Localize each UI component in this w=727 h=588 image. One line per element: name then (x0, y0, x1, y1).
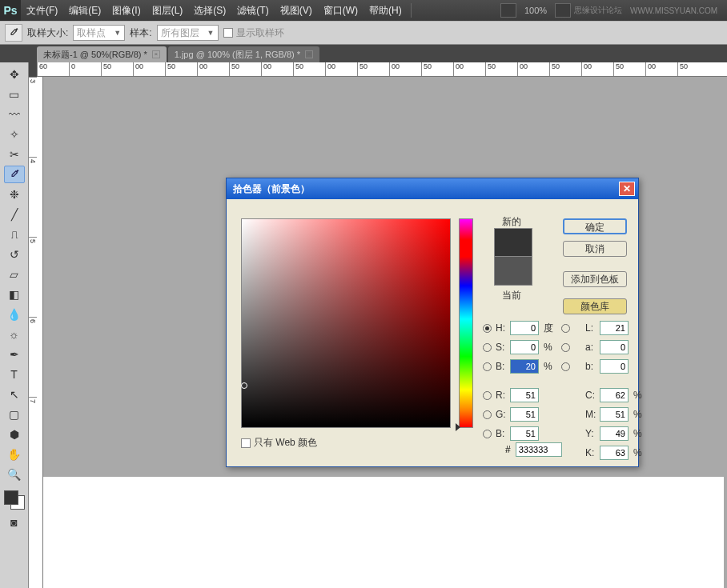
zoom-tool[interactable]: 🔍 (4, 466, 25, 483)
sv-cursor-icon (241, 382, 247, 389)
input-r[interactable] (510, 388, 539, 402)
label-bb: B: (496, 428, 507, 439)
hand-tool[interactable]: ✋ (4, 446, 25, 463)
color-value-grid: H: 度 L: S: % a: B: % b: (483, 321, 648, 460)
label-k: K: (585, 447, 596, 458)
add-swatch-button[interactable]: 添加到色板 (563, 271, 627, 287)
watermark-site: WWW.MISSYUAN.COM (630, 6, 722, 15)
unit-y: % (633, 428, 648, 439)
saturation-value-field[interactable] (241, 218, 451, 428)
close-icon[interactable]: ✕ (619, 182, 635, 196)
unit-h: 度 (544, 322, 558, 335)
menu-help[interactable]: 帮助(H) (364, 4, 408, 18)
label-a: a: (585, 342, 596, 353)
move-tool[interactable]: ✥ (4, 66, 25, 83)
crop-tool[interactable]: ✂ (4, 146, 25, 163)
input-hex[interactable] (516, 442, 562, 457)
input-h[interactable] (510, 321, 539, 335)
tab-untitled-1[interactable]: 未标题-1 @ 50%(RGB/8) *× (37, 46, 167, 62)
input-bv[interactable] (510, 359, 539, 374)
menu-view[interactable]: 视图(V) (275, 4, 318, 18)
sample-size-dropdown[interactable]: 取样点▼ (73, 25, 125, 41)
web-colors-label: 只有 Web 颜色 (254, 436, 317, 450)
input-bb[interactable] (510, 426, 539, 441)
input-k[interactable] (600, 446, 629, 460)
tab-1jpg[interactable]: 1.jpg @ 100% (图层 1, RGB/8) *× (168, 46, 319, 62)
cancel-button[interactable]: 取消 (563, 241, 627, 257)
document-tabs: 未标题-1 @ 50%(RGB/8) *× 1.jpg @ 100% (图层 1… (0, 45, 727, 62)
color-library-button[interactable]: 颜色库 (563, 298, 627, 314)
eyedropper-tool[interactable] (4, 166, 25, 183)
radio-r[interactable] (483, 391, 492, 400)
brush-tool[interactable]: ╱ (4, 206, 25, 223)
radio-s[interactable] (483, 343, 492, 352)
show-ring-checkbox[interactable] (223, 28, 233, 38)
menu-layer[interactable]: 图层(L) (147, 4, 189, 18)
gradient-tool[interactable]: ◧ (4, 286, 25, 303)
input-a[interactable] (600, 340, 629, 354)
input-b[interactable] (600, 359, 629, 374)
menu-window[interactable]: 窗口(W) (318, 4, 364, 18)
menu-filter[interactable]: 滤镜(T) (231, 4, 274, 18)
input-m[interactable] (600, 407, 629, 422)
ruler-horizontal: 6005000500050005000500050005000500050005… (37, 62, 727, 77)
input-y[interactable] (600, 426, 629, 441)
radio-b[interactable] (561, 362, 570, 371)
dodge-tool[interactable]: ☼ (4, 326, 25, 343)
fg-swatch[interactable] (4, 490, 18, 505)
lasso-tool[interactable]: 〰 (4, 106, 25, 123)
quick-mask-icon[interactable]: ◙ (4, 514, 25, 531)
stamp-tool[interactable]: ⎍ (4, 226, 25, 243)
radio-a[interactable] (561, 343, 570, 352)
healing-tool[interactable]: ❉ (4, 186, 25, 203)
input-c[interactable] (600, 388, 629, 402)
document-canvas[interactable] (43, 477, 724, 588)
screen-mode-icon[interactable] (555, 3, 571, 18)
radio-l[interactable] (561, 324, 570, 333)
hue-slider[interactable] (459, 218, 473, 428)
label-bv: B: (496, 361, 507, 372)
radio-bb[interactable] (483, 430, 492, 438)
color-picker-dialog: 拾色器（前景色） ✕ 新的 当前 确定 取消 添加到色板 颜色库 只有 Web … (226, 178, 639, 467)
close-icon[interactable]: × (305, 50, 313, 58)
input-l[interactable] (600, 321, 629, 335)
label-b: b: (585, 361, 596, 372)
path-select-tool[interactable]: ↖ (4, 386, 25, 403)
menu-file[interactable]: 文件(F) (21, 4, 63, 18)
wand-tool[interactable]: ✧ (4, 126, 25, 143)
dialog-titlebar[interactable]: 拾色器（前景色） ✕ (227, 178, 638, 199)
unit-c: % (633, 390, 648, 401)
menu-edit[interactable]: 编辑(E) (63, 4, 106, 18)
menu-select[interactable]: 选择(S) (188, 4, 231, 18)
radio-h[interactable] (483, 324, 492, 333)
wechat-icon (526, 543, 556, 569)
close-icon[interactable]: × (152, 50, 160, 58)
sample-size-label: 取样大小: (27, 26, 68, 40)
input-g[interactable] (510, 407, 539, 422)
3d-tool[interactable]: ⬢ (4, 426, 25, 443)
color-swatches[interactable] (2, 489, 26, 511)
sample-label: 样本: (130, 26, 151, 40)
watermark-badge: 思缘设计论坛 (574, 5, 627, 16)
marquee-tool[interactable]: ▭ (4, 86, 25, 103)
radio-bv[interactable] (483, 362, 492, 371)
wechat-watermark: 微信号：XS011033 (526, 543, 703, 569)
input-s[interactable] (510, 340, 539, 354)
sample-dropdown[interactable]: 所有图层▼ (157, 25, 219, 41)
ok-button[interactable]: 确定 (563, 218, 627, 234)
show-ring-label: 显示取样环 (236, 26, 284, 40)
shape-tool[interactable]: ▢ (4, 406, 25, 423)
new-color-swatch (494, 228, 532, 257)
new-color-label: 新的 (502, 215, 521, 229)
label-c: C: (585, 390, 596, 401)
blur-tool[interactable]: 💧 (4, 306, 25, 323)
web-colors-checkbox[interactable] (241, 438, 251, 448)
menu-image[interactable]: 图像(I) (106, 4, 146, 18)
radio-g[interactable] (483, 410, 492, 419)
history-brush-tool[interactable]: ↺ (4, 246, 25, 263)
layout-icon[interactable] (500, 3, 516, 18)
pen-tool[interactable]: ✒ (4, 346, 25, 363)
eyedropper-icon[interactable] (5, 24, 22, 42)
type-tool[interactable]: T (4, 366, 25, 383)
eraser-tool[interactable]: ▱ (4, 266, 25, 283)
